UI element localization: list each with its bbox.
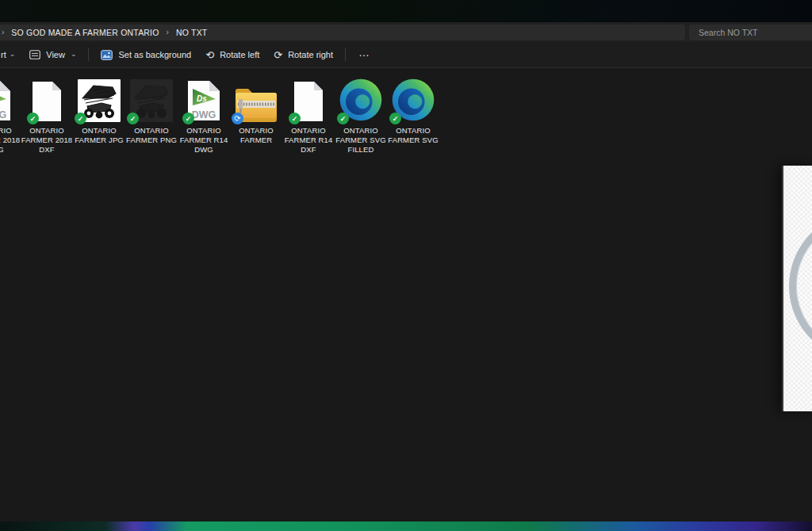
file-item[interactable]: ✓ ONTARIO FARMER SVG (387, 74, 439, 154)
file-item[interactable]: ✓ ONTARIO FARMER R14 DXF (282, 74, 335, 154)
onedrive-check-badge-icon: ✓ (182, 113, 194, 124)
rotate-right-button[interactable]: ⟳ Rotate right (266, 46, 340, 64)
address-row: › SO GOD MADE A FARMER ONTARIO › NO TXT (0, 22, 812, 42)
onedrive-check-badge-icon: ✓ (75, 113, 86, 124)
desktop-wallpaper-strip (0, 521, 812, 531)
rotate-right-icon: ⟳ (274, 50, 282, 60)
search-box[interactable] (689, 25, 812, 40)
view-button-label: View (46, 50, 65, 59)
breadcrumb-chevron-icon: › (2, 28, 4, 36)
file-item[interactable]: ✓ ONTARIO FARMER SVG FILLED (335, 74, 387, 154)
svg-text:DWG: DWG (0, 109, 6, 120)
file-grid: Ds DWG ✓ ONTARIO FARMER 2018 DWG ✓ ONTAR… (0, 74, 439, 154)
onedrive-check-badge-icon: ✓ (337, 113, 349, 124)
onedrive-check-badge-icon: ✓ (27, 113, 39, 124)
view-button[interactable]: View ⌄ (22, 46, 83, 63)
set-as-background-label: Set as background (118, 50, 191, 59)
breadcrumb-item-folder[interactable]: SO GOD MADE A FARMER ONTARIO (11, 28, 159, 37)
preview-window[interactable] (782, 166, 812, 411)
breadcrumb-chevron-icon: › (167, 28, 169, 36)
file-item[interactable]: ✓ ONTARIO FARMER JPG (73, 74, 125, 154)
rotate-left-button[interactable]: ⟲ Rotate left (198, 46, 266, 64)
preview-circle-graphic (789, 212, 812, 361)
rotate-left-label: Rotate left (220, 50, 259, 59)
dwg-file-icon: Ds DWG (0, 79, 11, 122)
file-name: ONTARIO FARMER SVG (382, 126, 444, 145)
onedrive-check-badge-icon: ✓ (127, 113, 139, 124)
see-more-button[interactable]: … (350, 44, 378, 65)
toolbar-divider (345, 48, 346, 61)
chevron-down-icon: ⌄ (10, 50, 16, 58)
picture-icon (101, 50, 113, 60)
sort-button[interactable]: rt ⌄ (0, 46, 22, 63)
titlebar-strip (0, 0, 812, 22)
address-bar[interactable]: › SO GOD MADE A FARMER ONTARIO › NO TXT (0, 25, 685, 40)
file-item[interactable]: ✓ ONTARIO FARMER 2018 DXF (21, 74, 73, 154)
svg-text:Ds: Ds (197, 94, 207, 103)
command-toolbar: rt ⌄ View ⌄ Set as background ⟲ Rotate l… (0, 42, 812, 68)
search-input[interactable] (697, 27, 810, 38)
onedrive-check-badge-icon: ✓ (289, 113, 301, 124)
svg-text:DWG: DWG (192, 109, 216, 120)
file-item[interactable]: ✓ ONTARIO FARMER PNG (125, 74, 178, 154)
breadcrumb-item-current[interactable]: NO TXT (176, 28, 208, 37)
file-item[interactable]: ⟳ ONTARIO FARMER (230, 74, 282, 154)
set-as-background-button[interactable]: Set as background (94, 46, 198, 64)
onedrive-sync-badge-icon: ⟳ (232, 113, 243, 124)
file-item[interactable]: Ds DWG ✓ ONTARIO FARMER R14 DWG (178, 74, 230, 154)
rotate-right-label: Rotate right (288, 50, 333, 59)
rotate-left-icon: ⟲ (205, 50, 214, 60)
onedrive-check-badge-icon: ✓ (389, 113, 401, 124)
view-icon (29, 50, 40, 59)
sort-button-label: rt (1, 50, 6, 59)
toolbar-divider (88, 48, 89, 61)
chevron-down-icon: ⌄ (71, 50, 77, 58)
